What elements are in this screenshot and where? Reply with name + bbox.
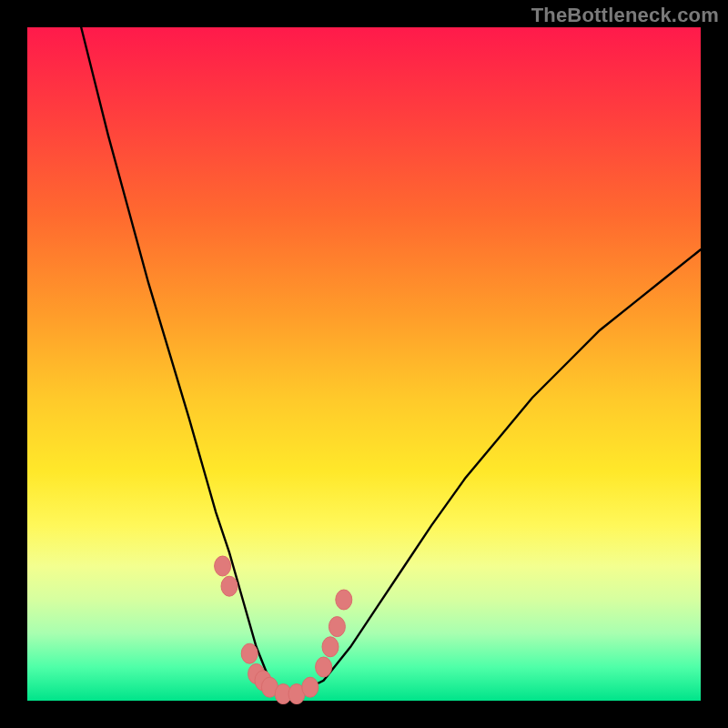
plot-area [27, 27, 701, 701]
data-marker [221, 576, 238, 596]
chart-svg [27, 27, 701, 701]
data-marker [322, 637, 339, 657]
data-marker [336, 590, 352, 610]
data-marker [316, 657, 332, 677]
data-marker [241, 643, 258, 663]
watermark-text: TheBottleneck.com [531, 4, 719, 27]
bottleneck-curve [81, 27, 701, 694]
data-marker [302, 677, 318, 697]
data-marker [329, 617, 345, 637]
data-markers [215, 556, 352, 704]
data-marker [215, 556, 231, 576]
outer-frame: TheBottleneck.com [0, 0, 728, 728]
